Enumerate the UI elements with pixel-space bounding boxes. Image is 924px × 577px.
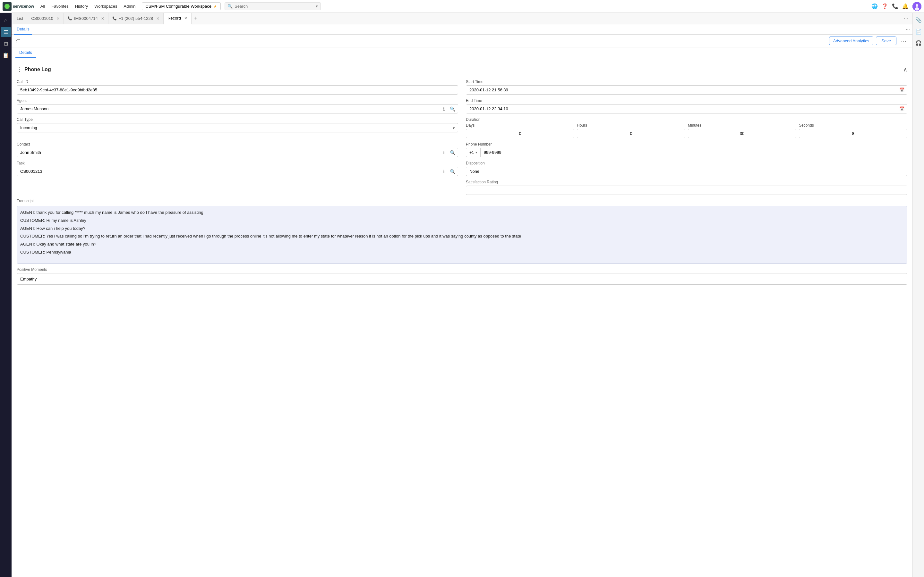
end-time-calendar-icon[interactable]: 📅 — [897, 106, 907, 111]
main-layout: ⌂ ☰ ⊞ 📋 List CS0001010 ✕ 📞 IMS0004714 ✕ … — [0, 13, 924, 577]
duration-label: Duration — [466, 117, 907, 122]
nav-history[interactable]: History — [73, 4, 90, 9]
start-time-label: Start Time — [466, 79, 907, 84]
top-nav: servicenow All Favorites History Workspa… — [0, 0, 924, 13]
logo[interactable]: servicenow — [3, 2, 34, 11]
star-icon: ★ — [213, 4, 217, 9]
transcript-textarea[interactable]: AGENT: thank you for calling ***** much … — [17, 206, 907, 263]
task-input[interactable] — [17, 167, 441, 176]
end-time-input[interactable] — [466, 105, 897, 113]
tab-record[interactable]: Record ✕ — [164, 13, 192, 24]
contact-input[interactable] — [17, 148, 441, 157]
section-collapse-button[interactable]: ∧ — [903, 66, 907, 73]
tab-list-label: List — [17, 16, 23, 21]
advanced-analytics-button[interactable]: Advanced Analytics — [829, 37, 874, 45]
minutes-input[interactable] — [688, 129, 796, 138]
days-input[interactable] — [466, 129, 574, 138]
call-id-field: Call ID — [17, 79, 458, 95]
transcript-label: Transcript — [17, 199, 907, 203]
disposition-input[interactable] — [466, 167, 907, 176]
agent-info-icon[interactable]: ℹ — [441, 106, 447, 111]
positive-moments-input[interactable] — [17, 273, 907, 285]
document-icon[interactable]: 📄 — [914, 27, 923, 36]
call-type-select-wrapper: Incoming Outgoing — [17, 123, 458, 132]
nav-workspaces[interactable]: Workspaces — [92, 4, 120, 9]
start-time-input[interactable] — [466, 85, 897, 94]
duration-seconds: Seconds — [799, 123, 907, 138]
toolbar-more-button[interactable]: ⋯ — [899, 37, 909, 45]
search-input[interactable] — [234, 4, 314, 9]
tab-add-button[interactable]: + — [192, 15, 200, 22]
section-dots-icon[interactable]: ⋮ — [17, 67, 22, 73]
tab-list[interactable]: List — [13, 13, 27, 24]
agent-input-wrapper: ℹ 🔍 — [17, 104, 458, 113]
sidebar-icon-menu[interactable]: ☰ — [1, 27, 11, 37]
attachment-icon[interactable]: 📎 — [914, 15, 923, 24]
nav-icons: 🌐 ❓ 📞 🔔 — [871, 2, 921, 11]
content-area: List CS0001010 ✕ 📞 IMS0004714 ✕ 📞 +1 (20… — [11, 13, 913, 577]
task-info-icon[interactable]: ℹ — [441, 169, 447, 174]
tab-cs-label: CS0001010 — [31, 16, 53, 21]
tab-phone-close[interactable]: ✕ — [156, 16, 160, 21]
save-button[interactable]: Save — [876, 37, 897, 45]
help-icon[interactable]: ❓ — [882, 3, 888, 10]
call-id-input[interactable] — [17, 85, 458, 95]
phone-number-input-wrapper: +1 ▾ — [466, 148, 907, 157]
transcript-field: Transcript AGENT: thank you for calling … — [17, 199, 907, 263]
phone-number-field: Phone Number +1 ▾ — [466, 142, 907, 157]
contact-search-icon[interactable]: 🔍 — [447, 150, 458, 155]
nav-all[interactable]: All — [38, 4, 47, 9]
headset-icon[interactable]: 🎧 — [914, 39, 923, 47]
details-tab-main[interactable]: Details — [15, 47, 36, 58]
phone-number-input[interactable] — [481, 148, 907, 157]
phone-icon[interactable]: 📞 — [892, 3, 898, 10]
phone-country-selector[interactable]: +1 ▾ — [466, 148, 481, 157]
globe-icon[interactable]: 🌐 — [871, 3, 878, 10]
transcript-line-4: CUSTOMER: Yes i was calling so i'm tryin… — [20, 233, 904, 240]
satisfaction-rating-label: Satisfaction Rating — [466, 180, 907, 184]
bell-icon[interactable]: 🔔 — [902, 3, 909, 10]
sidebar-icons: ⌂ ☰ ⊞ 📋 — [0, 13, 11, 577]
sub-tab-bar: Details ⋯ — [11, 24, 913, 35]
tag-icon[interactable]: 🏷 — [15, 38, 21, 44]
disposition-label: Disposition — [466, 161, 907, 165]
call-type-field: Call Type Incoming Outgoing — [17, 117, 458, 138]
search-dropdown-icon[interactable]: ▾ — [316, 4, 318, 9]
tab-more-button[interactable]: ⋯ — [901, 15, 911, 21]
end-time-label: End Time — [466, 98, 907, 103]
call-type-select[interactable]: Incoming Outgoing — [17, 123, 458, 132]
sidebar-icon-grid[interactable]: ⊞ — [1, 39, 11, 49]
tab-ims0004714[interactable]: 📞 IMS0004714 ✕ — [64, 13, 108, 24]
sidebar-icon-inbox[interactable]: 📋 — [1, 50, 11, 60]
satisfaction-rating-input[interactable] — [466, 185, 907, 195]
seconds-input[interactable] — [799, 129, 907, 138]
tab-phone-number[interactable]: 📞 +1 (202) 554-1228 ✕ — [108, 13, 164, 24]
agent-field: Agent ℹ 🔍 — [17, 98, 458, 113]
days-label: Days — [466, 123, 574, 127]
svg-point-4 — [915, 7, 919, 11]
tab-ims-close[interactable]: ✕ — [101, 16, 104, 21]
transcript-line-6: CUSTOMER: Pennsylvania — [20, 249, 904, 256]
tab-cs-close[interactable]: ✕ — [57, 16, 60, 21]
start-time-calendar-icon[interactable]: 📅 — [897, 87, 907, 92]
nav-admin[interactable]: Admin — [121, 4, 138, 9]
agent-search-icon[interactable]: 🔍 — [447, 106, 458, 111]
task-search-icon[interactable]: 🔍 — [447, 169, 458, 174]
transcript-line-5: AGENT: Okay and what state are you in? — [20, 241, 904, 248]
nav-favorites[interactable]: Favorites — [49, 4, 71, 9]
duration-days: Days — [466, 123, 574, 138]
contact-info-icon[interactable]: ℹ — [441, 150, 447, 155]
workspace-button[interactable]: CSM/FSM Configurable Workspace ★ — [142, 2, 221, 10]
agent-input[interactable] — [17, 105, 441, 113]
tab-record-close[interactable]: ✕ — [184, 16, 187, 21]
sidebar-icon-home[interactable]: ⌂ — [1, 15, 11, 26]
details-tab-bar: Details — [11, 47, 913, 58]
sub-tab-more[interactable]: ⋯ — [906, 27, 910, 32]
tab-cs0001010[interactable]: CS0001010 ✕ — [27, 13, 64, 24]
task-field: Task ℹ 🔍 — [17, 161, 458, 176]
user-avatar[interactable] — [913, 2, 921, 11]
tab-record-label: Record — [168, 16, 181, 21]
svg-point-3 — [916, 4, 918, 7]
sub-tab-details[interactable]: Details — [14, 24, 32, 35]
hours-input[interactable] — [577, 129, 685, 138]
